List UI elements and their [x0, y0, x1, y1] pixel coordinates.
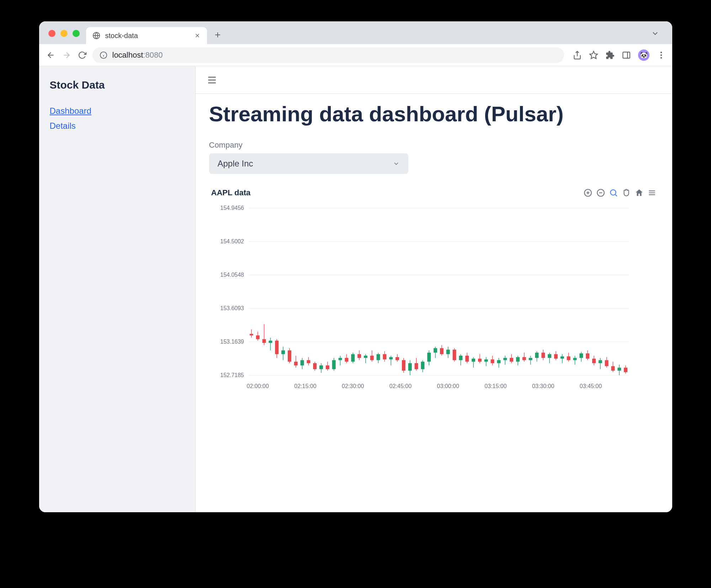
svg-rect-111: [503, 358, 507, 360]
svg-rect-33: [256, 335, 259, 339]
zoom-in-icon[interactable]: [583, 188, 593, 197]
browser-tabstrip: stock-data: [39, 21, 672, 44]
home-reset-icon[interactable]: [635, 188, 644, 197]
svg-rect-99: [465, 356, 469, 362]
svg-point-9: [610, 190, 616, 195]
company-label: Company: [209, 141, 659, 150]
chart-toolbar: [583, 188, 657, 197]
svg-rect-123: [541, 353, 545, 358]
app-sidebar: Stock Data Dashboard Details: [39, 66, 196, 512]
svg-text:02:30:00: 02:30:00: [342, 383, 364, 389]
svg-rect-101: [472, 359, 475, 361]
svg-point-5: [660, 54, 662, 55]
svg-rect-119: [529, 358, 532, 360]
svg-rect-115: [516, 357, 519, 362]
svg-rect-35: [262, 339, 266, 343]
svg-rect-103: [478, 359, 481, 361]
zoom-selection-icon[interactable]: [609, 188, 618, 197]
pan-icon[interactable]: [622, 188, 631, 197]
browser-window: stock-data localhost:8080: [39, 21, 672, 512]
company-selected-value: Apple Inc: [218, 159, 253, 169]
browser-menu-icon[interactable]: [657, 51, 666, 60]
main-body: Streaming data dashboard (Pulsar) Compan…: [196, 94, 672, 512]
company-select[interactable]: Apple Inc: [209, 153, 408, 174]
globe-icon: [92, 32, 100, 39]
svg-rect-121: [535, 353, 538, 358]
svg-rect-97: [459, 356, 462, 360]
chevron-down-icon: [393, 160, 400, 167]
svg-rect-63: [351, 354, 355, 362]
svg-rect-77: [396, 357, 399, 360]
new-tab-button[interactable]: [207, 31, 228, 44]
svg-text:153.6093: 153.6093: [220, 305, 244, 311]
svg-text:03:45:00: 03:45:00: [579, 383, 601, 389]
chart-menu-icon[interactable]: [647, 188, 657, 197]
svg-rect-55: [325, 365, 329, 369]
svg-rect-143: [605, 360, 608, 366]
close-tab-icon[interactable]: [194, 32, 201, 39]
svg-rect-147: [617, 368, 621, 371]
svg-rect-67: [364, 356, 367, 358]
browser-tab[interactable]: stock-data: [86, 27, 207, 44]
svg-rect-141: [598, 360, 602, 363]
svg-rect-3: [623, 52, 630, 58]
svg-rect-59: [338, 358, 342, 360]
svg-rect-45: [294, 362, 297, 366]
svg-rect-93: [446, 350, 450, 354]
svg-text:03:15:00: 03:15:00: [484, 383, 506, 389]
svg-rect-131: [567, 356, 570, 360]
svg-rect-71: [376, 354, 380, 360]
site-info-icon[interactable]: [100, 51, 107, 59]
svg-rect-85: [421, 362, 424, 369]
svg-text:154.9456: 154.9456: [220, 205, 244, 211]
address-bar[interactable]: localhost:8080: [92, 47, 564, 63]
tab-overflow-button[interactable]: [651, 29, 667, 44]
window-minimize-button[interactable]: [60, 30, 68, 37]
page-content: Stock Data Dashboard Details Streaming d…: [39, 66, 672, 512]
svg-rect-133: [573, 358, 577, 360]
back-button[interactable]: [46, 50, 56, 60]
svg-rect-95: [452, 350, 456, 360]
sidebar-item-dashboard[interactable]: Dashboard: [50, 106, 185, 116]
candlestick-chart[interactable]: 154.9456154.5002154.0548153.6093153.1639…: [209, 201, 659, 393]
toolbar-icons: 🐼: [569, 49, 666, 61]
svg-text:03:00:00: 03:00:00: [437, 383, 459, 389]
svg-rect-57: [332, 360, 335, 369]
hamburger-menu-icon[interactable]: [206, 74, 218, 86]
svg-text:02:00:00: 02:00:00: [246, 383, 269, 389]
profile-avatar[interactable]: 🐼: [638, 49, 649, 61]
window-close-button[interactable]: [48, 30, 55, 37]
svg-rect-129: [560, 356, 564, 359]
url-text: localhost:8080: [112, 51, 163, 60]
svg-rect-69: [370, 356, 373, 360]
extensions-icon[interactable]: [605, 51, 615, 60]
svg-rect-39: [275, 341, 278, 354]
svg-rect-75: [389, 357, 393, 359]
svg-rect-61: [345, 358, 348, 362]
main-header: [196, 66, 672, 94]
svg-rect-117: [522, 357, 526, 360]
svg-rect-87: [427, 353, 431, 361]
svg-rect-83: [414, 363, 418, 369]
sidepanel-icon[interactable]: [622, 51, 631, 60]
svg-rect-53: [319, 365, 323, 369]
svg-rect-73: [383, 354, 386, 360]
forward-button[interactable]: [61, 50, 72, 60]
window-maximize-button[interactable]: [73, 30, 80, 37]
svg-rect-47: [300, 360, 304, 365]
sidebar-item-details[interactable]: Details: [50, 121, 185, 131]
svg-rect-49: [307, 360, 310, 363]
bookmark-star-icon[interactable]: [589, 51, 598, 60]
browser-toolbar: localhost:8080 🐼: [39, 44, 672, 66]
svg-text:02:15:00: 02:15:00: [294, 383, 316, 389]
reload-button[interactable]: [77, 50, 87, 60]
share-icon[interactable]: [573, 51, 582, 60]
svg-rect-113: [510, 358, 513, 362]
svg-rect-89: [434, 348, 437, 353]
svg-rect-137: [586, 353, 589, 359]
svg-rect-139: [592, 359, 595, 363]
zoom-out-icon[interactable]: [596, 188, 605, 197]
svg-text:154.0548: 154.0548: [220, 272, 244, 278]
main-area: Streaming data dashboard (Pulsar) Compan…: [196, 66, 672, 512]
svg-rect-127: [554, 354, 557, 359]
